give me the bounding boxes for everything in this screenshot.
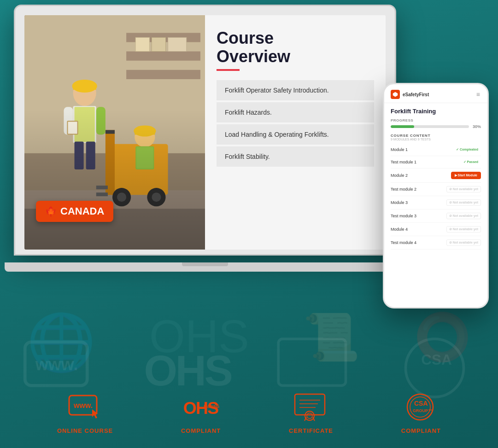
svg-text:CSA: CSA	[414, 400, 428, 407]
svg-rect-27	[73, 106, 96, 143]
online-course-label: ONLINE COURSE	[57, 427, 113, 434]
status-unavailable-7: ⊘ Not available yet	[446, 226, 481, 233]
progress-bar-fill	[391, 125, 414, 128]
phone-content: Forklift Training PROGRESS 30% COURSE CO…	[384, 103, 487, 301]
laptop-base	[5, 262, 405, 272]
phone-top-bar: eSafetyFirst ≡	[384, 84, 487, 103]
module-row-2: Test module 1 ✓ Passed	[391, 156, 481, 169]
svg-rect-4	[126, 52, 200, 61]
laptop-body: 🍁 CANADA Course Overview Forklift Operat…	[14, 5, 396, 256]
module-list: Forklift Operator Safety Introduction. F…	[217, 80, 374, 167]
laptop-container: 🍁 CANADA Course Overview Forklift Operat…	[14, 5, 396, 272]
menu-icon[interactable]: ≡	[476, 91, 481, 98]
module-item: Load Handling & Operating Forklifts.	[217, 124, 374, 145]
ohs-label: COMPLIANT	[181, 427, 221, 434]
phone-logo: eSafetyFirst	[391, 90, 429, 99]
module-item: Forklift Operator Safety Introduction.	[217, 80, 374, 100]
status-unavailable-4: ⊘ Not available yet	[446, 186, 481, 192]
certificate-item: CERTIFICATE	[289, 390, 333, 434]
svg-point-18	[152, 192, 161, 202]
svg-point-46	[305, 411, 314, 420]
svg-point-15	[112, 188, 131, 206]
svg-rect-13	[96, 186, 108, 189]
csa-compliant-icon: CSA GROUP™	[403, 390, 439, 423]
svg-rect-8	[168, 37, 187, 51]
progress-percentage: 30%	[473, 124, 481, 129]
svg-marker-36	[393, 92, 398, 97]
svg-text:www.: www.	[73, 401, 93, 409]
svg-point-48	[407, 394, 433, 420]
module-row-4: Test module 2 ⊘ Not available yet	[391, 183, 481, 196]
progress-bar-row: 30%	[391, 124, 481, 129]
svg-text:Canada: Canada	[204, 403, 219, 408]
phone-container: eSafetyFirst ≡ Forklift Training PROGRES…	[383, 83, 489, 308]
status-passed: ✓ Passed	[461, 159, 481, 165]
maple-leaf-icon: 🍁	[45, 206, 57, 217]
svg-rect-21	[135, 131, 155, 134]
svg-rect-33	[67, 121, 78, 134]
forklift-training-title: Forklift Training	[391, 108, 481, 115]
status-unavailable-5: ⊘ Not available yet	[446, 199, 481, 206]
status-completed: ✓ Compleated	[453, 147, 481, 152]
progress-bar-background	[391, 125, 469, 128]
phone-body: eSafetyFirst ≡ Forklift Training PROGRES…	[383, 83, 489, 308]
module-row-3: Module 2 ▶ Start Module	[391, 169, 481, 183]
ohs-compliant-icon: OHS Canada	[182, 390, 219, 423]
course-content-sub: 9 MODULES AND 9 TESTS	[391, 138, 481, 141]
svg-rect-12	[105, 130, 115, 134]
svg-point-16	[117, 192, 126, 202]
ohs-compliant-item: OHS Canada COMPLIANT	[181, 390, 221, 434]
course-overview-panel: Course Overview Forklift Operator Safety…	[205, 15, 386, 250]
svg-rect-5	[126, 70, 200, 79]
svg-point-20	[134, 125, 156, 136]
svg-rect-42	[295, 394, 325, 415]
svg-rect-10	[108, 144, 168, 195]
certificate-icon	[293, 390, 329, 423]
course-image-area: 🍁 CANADA	[24, 15, 205, 250]
canada-label: CANADA	[60, 205, 104, 217]
svg-point-19	[135, 127, 155, 147]
module-item: Forklift Stability.	[217, 146, 374, 167]
svg-rect-29	[64, 107, 73, 134]
start-module-button[interactable]: ▶ Start Module	[451, 172, 481, 179]
course-title: Course Overview	[217, 29, 374, 65]
svg-rect-32	[86, 142, 95, 169]
svg-point-47	[307, 413, 312, 419]
svg-rect-11	[105, 130, 115, 195]
svg-rect-30	[96, 107, 105, 134]
progress-label: PROGRESS	[391, 118, 481, 122]
module-row-6: Test module 3 ⊘ Not available yet	[391, 209, 481, 223]
module-item: Forklift Hazards.	[217, 102, 374, 122]
status-unavailable-6: ⊘ Not available yet	[446, 213, 481, 219]
laptop-screen: 🍁 CANADA Course Overview Forklift Operat…	[24, 15, 386, 250]
online-course-icon: www.	[67, 390, 104, 423]
bottom-icons-section: www. ONLINE COURSE OHS Canada COMPLIANT	[23, 390, 475, 434]
online-course-item: www. ONLINE COURSE	[57, 390, 113, 434]
esafety-logo-icon	[391, 90, 400, 99]
svg-rect-14	[96, 192, 108, 196]
svg-text:GROUP™: GROUP™	[413, 408, 432, 413]
svg-rect-22	[135, 146, 154, 169]
svg-rect-26	[73, 86, 96, 90]
svg-rect-7	[152, 37, 165, 51]
module-row-8: Test module 4 ⊘ Not available yet	[391, 236, 481, 250]
svg-rect-6	[135, 37, 149, 51]
csa-label: COMPLIANT	[401, 427, 441, 434]
csa-compliant-item: CSA GROUP™ COMPLIANT	[401, 390, 441, 434]
svg-rect-34	[68, 122, 77, 134]
certificate-label: CERTIFICATE	[289, 427, 333, 434]
svg-rect-23	[136, 147, 153, 169]
module-row-7: Module 4 ⊘ Not available yet	[391, 223, 481, 236]
svg-point-17	[147, 188, 165, 206]
course-content-label: COURSE CONTENT	[391, 134, 481, 138]
svg-rect-28	[75, 107, 95, 142]
status-unavailable-8: ⊘ Not available yet	[446, 239, 481, 246]
course-content-header: COURSE CONTENT 9 MODULES AND 9 TESTS	[391, 134, 481, 141]
svg-rect-31	[75, 142, 84, 169]
canada-badge: 🍁 CANADA	[36, 201, 113, 222]
module-row-1: Module 1 ✓ Compleated	[391, 144, 481, 156]
module-row-5: Module 3 ⊘ Not available yet	[391, 196, 481, 209]
title-underline	[217, 69, 240, 71]
